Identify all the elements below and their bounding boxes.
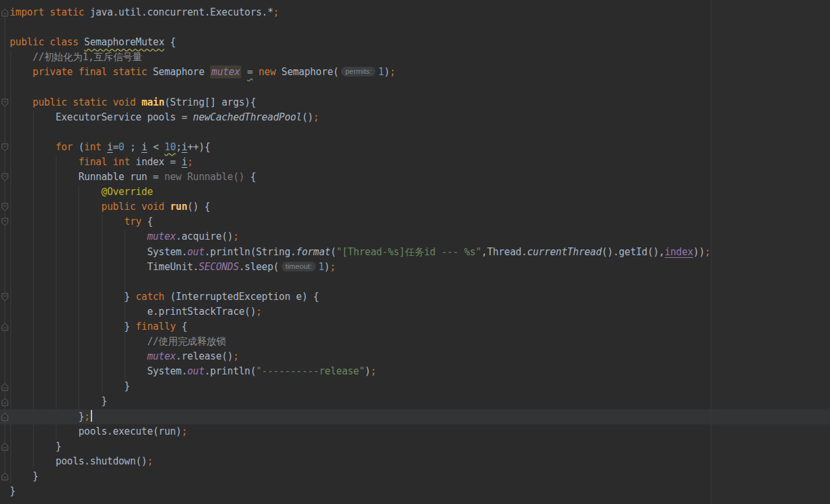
code-token: 0 [119, 141, 124, 153]
code-line[interactable]: } [0, 484, 830, 499]
code-line[interactable]: pools.shutdown(); [0, 454, 830, 469]
code-token: .println( [204, 365, 255, 377]
fold-toggle-icon[interactable] [1, 143, 8, 152]
code-line[interactable]: } [0, 439, 830, 454]
code-editor[interactable]: import static java.util.concurrent.Execu… [0, 0, 830, 504]
code-line[interactable]: //使用完成释放锁 [0, 334, 830, 349]
code-line[interactable]: Runnable run = new Runnable() { [0, 170, 830, 185]
code-token: ; [182, 426, 187, 437]
code-token: e.printStackTrace() [10, 306, 256, 317]
code-line[interactable] [0, 80, 830, 95]
fold-toggle-icon[interactable] [1, 472, 8, 481]
fold-toggle-icon[interactable] [1, 98, 8, 107]
code-token: } [10, 470, 38, 482]
code-token: 10 [165, 141, 176, 153]
fold-toggle-icon[interactable] [1, 203, 8, 211]
code-line[interactable]: e.printStackTrace(); [0, 304, 830, 319]
code-line[interactable]: } finally { [0, 319, 830, 334]
code-token: ; [147, 455, 153, 467]
code-token [253, 66, 259, 78]
code-token: SECONDS [198, 261, 239, 273]
code-token: 1 [378, 66, 384, 78]
code-token: "----------release" [256, 365, 365, 377]
code-token: i [182, 156, 187, 168]
fold-toggle-icon[interactable] [1, 413, 8, 421]
parameter-hint-inlay: timeout: [281, 262, 316, 271]
code-token: import static [10, 6, 84, 18]
code-line[interactable]: mutex.release(); [0, 349, 830, 364]
code-token: pools.execute(run) [10, 426, 182, 437]
code-line[interactable]: }; [0, 409, 830, 424]
code-line[interactable]: System.out.println(String.format("[Threa… [0, 245, 830, 260]
code-token: ; [330, 261, 336, 273]
code-line[interactable]: pools.execute(run); [0, 424, 830, 439]
fold-toggle-icon[interactable] [1, 323, 8, 331]
code-line[interactable]: public static void main(String[] args){ [0, 95, 830, 110]
code-line[interactable]: } [0, 379, 830, 394]
code-token: int [84, 141, 102, 153]
fold-toggle-icon[interactable] [1, 8, 8, 17]
code-line[interactable] [0, 20, 830, 35]
code-token: { [141, 216, 153, 227]
code-token: { [164, 36, 176, 48]
code-token: finally [136, 321, 176, 332]
fold-toggle-icon[interactable] [1, 383, 8, 391]
code-line[interactable]: for (int i=0 ; i < 10;i++){ [0, 140, 830, 155]
code-token: < [147, 141, 165, 153]
fold-gutter-line [5, 12, 5, 478]
code-token: = [113, 141, 119, 153]
code-token: } [10, 441, 61, 452]
code-token: newCachedThreadPool [193, 111, 302, 123]
code-token: SemaphoreMutex [84, 36, 165, 48]
code-token: } [10, 395, 107, 407]
code-token: new Runnable() [164, 171, 244, 183]
fold-toggle-icon[interactable] [1, 218, 8, 226]
code-line[interactable]: } catch (InterruptedException e) { [0, 290, 830, 304]
fold-toggle-icon[interactable] [1, 293, 8, 301]
code-token: mutex [147, 350, 176, 362]
code-line[interactable] [0, 125, 830, 140]
code-line[interactable]: try { [0, 214, 830, 229]
code-line[interactable]: private final static Semaphore mutex = n… [0, 65, 830, 80]
code-token: ; [233, 231, 239, 242]
code-token: ) [324, 261, 330, 273]
code-token: 1 [318, 261, 324, 273]
code-line[interactable]: public class SemaphoreMutex { [0, 35, 830, 50]
code-line[interactable]: final int index = i; [0, 155, 830, 170]
code-line[interactable]: ExecutorService pools = newCachedThreadP… [0, 110, 830, 125]
code-token: new [259, 66, 276, 78]
fold-toggle-icon[interactable] [1, 442, 8, 451]
code-line[interactable]: public void run() { [0, 200, 830, 214]
code-line[interactable]: } [0, 394, 830, 409]
code-line[interactable]: mutex.acquire(); [0, 229, 830, 244]
code-line[interactable]: @Override [0, 185, 830, 200]
code-token: ; [233, 350, 239, 362]
code-token: out [187, 246, 205, 258]
code-line[interactable]: System.out.println("----------release"); [0, 364, 830, 379]
code-token: Semaphore( [276, 66, 338, 78]
code-lines: import static java.util.concurrent.Execu… [0, 5, 830, 499]
code-token: ( [73, 141, 84, 153]
fold-toggle-icon[interactable] [1, 398, 8, 406]
code-token: //初始化为1,互斥信号量 [32, 51, 142, 63]
code-token: public void [101, 201, 164, 212]
code-line[interactable]: } [0, 469, 830, 484]
code-token: i [107, 141, 113, 153]
code-token: System. [10, 246, 187, 258]
code-token: ExecutorService pools = [10, 111, 193, 123]
code-token: out [187, 365, 205, 377]
code-token [78, 36, 84, 48]
code-line[interactable]: TimeUnit.SECONDS.sleep(timeout:1); [0, 260, 830, 275]
fold-toggle-icon[interactable] [1, 173, 8, 181]
code-token [10, 350, 147, 362]
code-line[interactable] [0, 275, 830, 290]
code-token: } [10, 291, 136, 303]
code-token: "[Thread-%s]任务id --- %s" [336, 246, 481, 258]
code-line[interactable]: import static java.util.concurrent.Execu… [0, 5, 830, 20]
code-token: currentThread [527, 246, 602, 258]
code-token: .println(String. [204, 246, 296, 258]
code-token: format [296, 246, 331, 258]
code-token [10, 51, 32, 63]
code-token: } [10, 321, 136, 332]
code-line[interactable]: //初始化为1,互斥信号量 [0, 50, 830, 65]
